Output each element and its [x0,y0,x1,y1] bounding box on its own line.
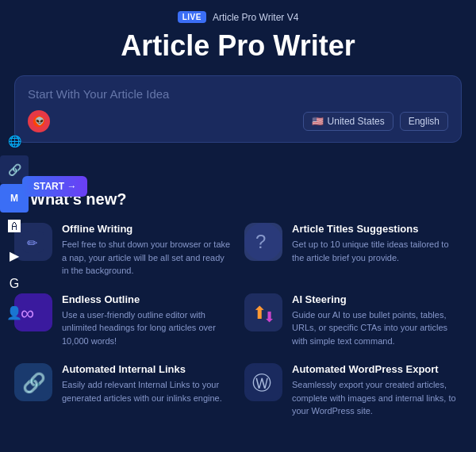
whats-new-section: ▶What's new? ✏Offline WritingFeel free t… [0,190,476,418]
feature-desc-endless-outline: Use a user-friendly outline editor with … [62,308,232,348]
feature-desc-internal-links: Easily add relevant Internal Links to yo… [62,378,232,404]
feature-item-internal-links: 🔗Automated Internal LinksEasily add rele… [14,363,232,418]
feature-title-endless-outline: Endless Outline [62,293,232,305]
flag-emoji: 🇺🇸 [312,116,324,127]
feature-icon-internal-links: 🔗 [14,363,52,401]
feature-item-endless-outline: ∞Endless OutlineUse a user-friendly outl… [14,293,232,348]
svg-text:👽: 👽 [35,117,44,126]
feature-text-article-titles: Article Titles SuggestionsGet up to 10 u… [292,223,462,264]
live-badge: LIVE [178,11,206,23]
live-bar: LIVE Article Pro Writer V4 [0,0,476,23]
search-box: 👽 🇺🇸 United States English [14,75,462,143]
search-right-controls: 🇺🇸 United States English [303,112,448,131]
sidebar-icon-globe[interactable]: 🌐 [0,127,29,155]
feature-text-ai-steering: AI SteeringGuide our AI to use bullet po… [292,293,462,348]
feature-icon-wp-export: Ⓦ [244,363,282,401]
feature-desc-offline-writing: Feel free to shut down your browser or t… [62,238,232,278]
sidebar-icon-youtube[interactable]: ▶ [0,241,29,270]
sidebar-icon-amazon[interactable]: 🅰 [0,213,29,241]
feature-text-offline-writing: Offline WritingFeel free to shut down yo… [62,223,232,278]
feature-title-ai-steering: AI Steering [292,293,462,305]
feature-desc-article-titles: Get up to 10 unique title ideas tailored… [292,238,462,264]
svg-text:⬇: ⬇ [263,309,275,325]
search-bottom-row: 👽 🇺🇸 United States English [28,110,448,132]
feature-icon-article-titles: ? [244,223,282,261]
features-grid: ✏Offline WritingFeel free to shut down y… [14,223,462,418]
feature-item-article-titles: ?Article Titles SuggestionsGet up to 10 … [244,223,462,278]
search-left-icons: 👽 [28,110,50,132]
feature-title-offline-writing: Offline Writing [62,223,232,235]
search-input[interactable] [28,87,448,101]
svg-text:Ⓦ: Ⓦ [252,372,271,393]
sidebar-icon-google[interactable]: G [0,270,29,298]
start-button[interactable]: START → [22,176,87,197]
feature-item-ai-steering: ⬆⬇AI SteeringGuide our AI to use bullet … [244,293,462,348]
feature-title-article-titles: Article Titles Suggestions [292,223,462,235]
feature-item-wp-export: ⓌAutomated WordPress ExportSeamlessly ex… [244,363,462,418]
start-btn-area: START → [22,176,87,197]
page-title: Article Pro Writer [0,29,476,63]
sidebar-icons: 🌐 🔗 M 🅰 ▶ G 👤 [0,127,29,327]
feature-title-wp-export: Automated WordPress Export [292,363,462,375]
feature-icon-ai-steering: ⬆⬇ [244,293,282,331]
svg-text:🔗: 🔗 [22,371,46,394]
svg-text:?: ? [255,231,266,252]
feature-desc-wp-export: Seamlessly export your created articles,… [292,378,462,418]
feature-text-internal-links: Automated Internal LinksEasily add relev… [62,363,232,404]
language-selector[interactable]: English [400,112,448,131]
sidebar-icon-user[interactable]: 👤 [0,298,29,327]
country-selector[interactable]: 🇺🇸 United States [303,112,393,131]
reddit-icon[interactable]: 👽 [28,110,50,132]
live-bar-title: Article Pro Writer V4 [213,12,298,23]
feature-title-internal-links: Automated Internal Links [62,363,232,375]
feature-text-endless-outline: Endless OutlineUse a user-friendly outli… [62,293,232,348]
feature-text-wp-export: Automated WordPress ExportSeamlessly exp… [292,363,462,418]
svg-text:✏: ✏ [27,236,38,250]
feature-item-offline-writing: ✏Offline WritingFeel free to shut down y… [14,223,232,278]
language-label: English [409,116,440,127]
feature-desc-ai-steering: Guide our AI to use bullet points, table… [292,308,462,348]
country-label: United States [328,116,385,127]
